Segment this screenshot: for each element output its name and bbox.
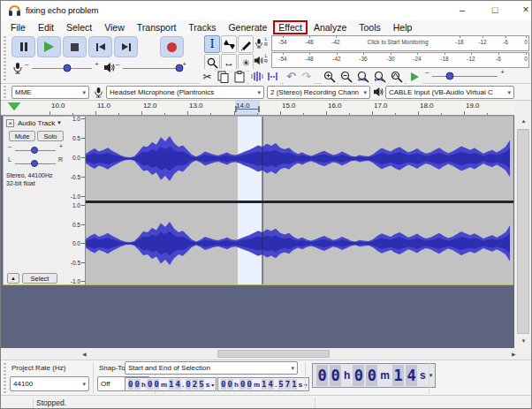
collapse-track-button[interactable]: ▲ [7,273,19,284]
zoom-toggle-icon [391,71,403,83]
recording-meter[interactable]: -54-48-42Click to Start Monitoring-18-12… [271,35,529,51]
play-button[interactable] [37,36,61,57]
selection-tool-button[interactable]: I [204,35,220,53]
playback-meter[interactable]: -54-48-42-36-30-24-18-12-60 [271,52,529,68]
horizontal-scrollbar[interactable]: ◀ ▶ [1,348,532,360]
gain-slider[interactable]: –+ [8,144,63,156]
play-speed-slider[interactable]: –+ [425,69,505,83]
selection-end-field[interactable]: 00h00m14.571s▾ [217,377,309,391]
menu-item-view[interactable]: View [98,21,131,34]
copy-button[interactable] [216,69,231,84]
recording-channels-dropdown[interactable]: 2 (Stereo) Recording Chann▾ [267,86,370,99]
track-menu-dropdown-icon[interactable]: ▼ [57,120,62,125]
gain-thumb[interactable] [31,147,38,154]
amplitude-tick [81,281,85,282]
menu-item-select[interactable]: Select [60,21,98,34]
audio-position-display[interactable]: 00h00m14s▾ [312,363,436,388]
pause-icon [20,42,27,51]
separator [429,362,429,394]
menu-item-help[interactable]: Help [387,21,419,34]
draw-tool-button[interactable] [238,35,254,53]
vertical-scrollbar-thumb[interactable] [517,129,529,334]
zoom-in-icon [323,71,336,83]
timeline-ruler[interactable]: 10.011.012.013.014.015.016.017.018.019.0 [1,101,514,116]
cut-button[interactable]: ✂ [200,69,215,84]
waveform-area[interactable] [86,117,513,284]
clipboard-icon [234,71,245,83]
playback-volume-slider[interactable]: –+ [116,61,186,75]
ruler-minor-tick [395,113,396,115]
playback-meter-speaker-icon[interactable] [254,56,263,65]
pan-thumb[interactable] [31,160,38,167]
redo-icon: ↷ [301,70,311,83]
envelope-tool-button[interactable] [221,35,237,53]
pause-button[interactable] [11,36,35,57]
field-dropdown-icon[interactable]: ▾ [429,372,433,379]
time-unit: m [254,381,260,389]
scroll-left-arrow[interactable]: ◀ [82,351,87,357]
time-digit: 0 [227,379,233,390]
minimize-button[interactable]: – [448,1,476,20]
redo-button[interactable]: ↷ [299,69,314,84]
silence-audio-button[interactable] [265,69,280,84]
skip-to-start-button[interactable] [88,36,112,57]
meter-scale-label: -18 [440,56,448,62]
ruler-minor-tick [441,113,442,115]
menu-item-file[interactable]: File [4,21,32,34]
recording-volume-slider[interactable]: –+ [25,61,99,75]
track-name[interactable]: Audio Track [18,119,55,127]
horizontal-scrollbar-thumb[interactable] [217,350,330,358]
audio-host-dropdown[interactable]: MME▾ [11,86,89,99]
menu-item-edit[interactable]: Edit [32,21,60,34]
record-button[interactable] [160,36,184,57]
selection-start-field[interactable]: 00h00m14.025s▾ [125,377,217,391]
vertical-scrollbar[interactable]: ▲ ▼ [514,101,532,348]
device-toolbar-grip[interactable] [4,86,6,99]
solo-button[interactable]: Solo [37,131,64,141]
track-close-button[interactable]: × [6,119,14,127]
zoom-toggle-button[interactable] [389,69,404,84]
playback-volume-thumb[interactable] [176,64,184,72]
play-speed-thumb[interactable] [446,72,454,80]
selection-handles[interactable] [235,109,260,110]
menu-item-tools[interactable]: Tools [353,21,387,34]
maximize-button[interactable]: □ [481,1,509,20]
scroll-up-arrow[interactable]: ▲ [514,101,532,124]
menu-item-transport[interactable]: Transport [131,21,183,34]
recording-meter-mic-icon[interactable] [255,38,263,49]
menu-item-analyze[interactable]: Analyze [308,21,353,34]
play-pin-icon[interactable] [8,102,20,110]
field-dropdown-icon[interactable]: ▾ [211,382,214,388]
undo-button[interactable]: ↶ [284,69,299,84]
track-select-button[interactable]: Select [22,273,57,284]
selection-toolbar-grip[interactable] [4,363,6,393]
menu-item-generate[interactable]: Generate [222,21,273,34]
mute-button[interactable]: Mute [9,131,35,141]
play-at-speed-button[interactable] [407,69,422,84]
zoom-out-button[interactable] [338,69,353,84]
fit-selection-button[interactable] [355,69,370,84]
minus-label: – [8,143,11,149]
amplitude-tick [81,262,85,263]
playback-device-dropdown[interactable]: CABLE Input (VB-Audio Virtual C▾ [385,86,514,99]
toolbar-grip[interactable] [4,36,6,80]
skip-to-end-button[interactable] [114,36,138,57]
menu-item-effect[interactable]: Effect [273,20,308,34]
scroll-right-arrow[interactable]: ▶ [512,351,516,357]
pan-slider[interactable]: LR [8,157,63,170]
zoom-in-button[interactable] [322,69,337,84]
recording-volume-thumb[interactable] [64,64,72,72]
recording-device-dropdown[interactable]: Headset Microphone (Plantronics▾ [106,86,264,99]
time-digit: 1 [292,379,298,390]
menu-item-tracks[interactable]: Tracks [182,21,222,34]
playback-device-speaker-icon [373,87,384,97]
selection-mode-dropdown[interactable]: Start and End of Selection▾ [125,361,298,375]
close-button[interactable]: × [512,1,532,20]
project-rate-dropdown[interactable]: 44100▾ [10,376,89,391]
amplitude-tick [81,243,85,244]
scroll-down-arrow[interactable]: ▼ [514,338,532,344]
stop-button[interactable] [63,36,87,57]
trim-audio-button[interactable] [249,69,264,84]
paste-button[interactable] [232,69,247,84]
fit-project-button[interactable] [372,69,387,84]
